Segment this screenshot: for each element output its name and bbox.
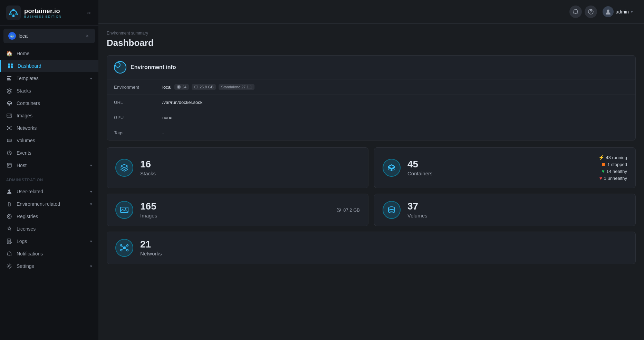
sidebar-item-containers[interactable]: Containers (0, 97, 98, 109)
sidebar-item-dashboard[interactable]: Dashboard (0, 60, 98, 72)
stat-card-volumes[interactable]: 37 Volumes (374, 194, 636, 226)
stacks-count: 16 (140, 159, 360, 170)
sidebar-item-host[interactable]: Host ▾ (0, 159, 98, 172)
sidebar-item-stacks[interactable]: Stacks (0, 85, 98, 97)
svg-rect-4 (15, 13, 17, 15)
volumes-icon (6, 137, 12, 144)
networks-stat-info: 21 Networks (140, 239, 627, 256)
page-title: Dashboard (107, 38, 636, 48)
events-icon (6, 150, 12, 156)
images-label: Images (140, 213, 329, 218)
sidebar-label-networks: Networks (17, 125, 92, 131)
sidebar: portainer.io BUSINESS EDITION ‹‹ 🐳 local… (0, 0, 98, 340)
dashboard-icon (7, 63, 13, 69)
sidebar-item-volumes[interactable]: Volumes (0, 134, 98, 147)
sidebar-item-registries[interactable]: Registries (0, 210, 98, 223)
notifications-button[interactable] (569, 6, 582, 18)
containers-running: ⚡ 43 running (598, 155, 627, 160)
env-row-gpu: GPU none (107, 110, 635, 125)
logo-text: portainer.io BUSINESS EDITION (24, 8, 62, 18)
stats-grid: 16 Stacks 45 Containers ⚡ 43 running (107, 147, 636, 264)
notifications-icon (6, 251, 12, 257)
svg-rect-3 (10, 13, 12, 15)
env-value-environment: local 24 25.8 GB Standalone 27.1.1 (162, 84, 254, 90)
env-value-gpu: none (162, 115, 172, 120)
sidebar-item-networks[interactable]: Networks (0, 122, 98, 134)
env-badge-cpu: 24 (174, 84, 189, 90)
sidebar-item-label: Home (17, 51, 92, 56)
containers-icon (6, 100, 12, 106)
logs-chevron-icon: ▾ (90, 239, 92, 244)
containers-meta: ⚡ 43 running ⏹ 1 stopped ♥ 14 healthy ♥ … (598, 155, 627, 181)
environment-related-icon (6, 201, 12, 207)
env-row-tags: Tags - (107, 125, 635, 140)
sidebar-label-registries: Registries (17, 214, 92, 219)
volumes-stat-info: 37 Volumes (407, 201, 627, 218)
sidebar-label-settings: Settings (17, 263, 86, 269)
stat-card-stacks[interactable]: 16 Stacks (107, 147, 368, 188)
stacks-stat-info: 16 Stacks (140, 159, 360, 176)
sidebar-item-notifications[interactable]: Notifications (0, 247, 98, 260)
sidebar-item-images[interactable]: Images (0, 109, 98, 122)
sidebar-label-user-related: User-related (17, 189, 86, 194)
svg-line-17 (9, 127, 11, 128)
stopped-indicator-icon: ⏹ (601, 162, 606, 167)
svg-point-23 (8, 165, 9, 166)
sidebar-item-templates[interactable]: Templates ▾ (0, 72, 98, 85)
sidebar-item-home[interactable]: 🏠 Home (0, 47, 98, 60)
sidebar-item-events[interactable]: Events (0, 147, 98, 159)
containers-healthy-text: 14 healthy (606, 169, 627, 174)
networks-count: 21 (140, 239, 627, 250)
svg-rect-22 (7, 163, 11, 167)
svg-line-16 (8, 127, 9, 128)
env-name: local (19, 33, 82, 39)
help-button[interactable] (585, 6, 597, 18)
unhealthy-indicator-icon: ♥ (599, 175, 602, 181)
env-info-header: Environment info (107, 56, 635, 79)
sidebar-label-stacks: Stacks (17, 88, 92, 94)
images-count: 165 (140, 201, 329, 212)
env-row-url: URL /var/run/docker.sock (107, 95, 635, 110)
sidebar-item-user-related[interactable]: User-related ▾ (0, 185, 98, 198)
settings-icon (6, 263, 12, 269)
admin-section-header: Administration (0, 173, 98, 184)
app-edition: BUSINESS EDITION (24, 15, 62, 18)
containers-stat-info: 45 Containers (407, 159, 592, 176)
logo-area: portainer.io BUSINESS EDITION ‹‹ (0, 0, 98, 26)
svg-rect-6 (11, 64, 13, 66)
env-info-title: Environment info (131, 64, 176, 70)
main-nav: 🏠 Home Dashboard Templates ▾ Stacks (0, 46, 98, 173)
svg-point-27 (9, 216, 10, 217)
host-icon (6, 162, 12, 168)
containers-unhealthy: ♥ 1 unhealthy (599, 175, 627, 181)
svg-rect-8 (11, 66, 13, 68)
settings-chevron-icon: ▾ (90, 264, 92, 269)
sidebar-item-environment-related[interactable]: Environment-related ▾ (0, 198, 98, 210)
sidebar-label-images: Images (17, 113, 92, 118)
admin-nav: User-related ▾ Environment-related ▾ Reg… (0, 184, 98, 274)
stat-card-containers[interactable]: 45 Containers ⚡ 43 running ⏹ 1 stopped ♥… (374, 147, 636, 188)
networks-label: Networks (140, 251, 627, 256)
svg-point-32 (115, 62, 120, 67)
stat-card-images[interactable]: 165 Images 87.2 GB (107, 194, 368, 226)
sidebar-label-notifications: Notifications (17, 251, 92, 256)
sidebar-item-settings[interactable]: Settings ▾ (0, 260, 98, 272)
sidebar-collapse-button[interactable]: ‹‹ (86, 8, 92, 17)
stacks-stat-icon (115, 159, 133, 177)
env-row-environment: Environment local 24 25.8 GB Standalone … (107, 79, 635, 95)
containers-count: 45 (407, 159, 592, 170)
user-avatar (603, 6, 614, 17)
sidebar-item-licenses[interactable]: Licenses (0, 223, 98, 235)
svg-line-19 (9, 128, 11, 129)
sidebar-label-templates: Templates (17, 76, 86, 81)
sidebar-item-logs[interactable]: Logs ▾ (0, 235, 98, 247)
containers-healthy: ♥ 14 healthy (602, 168, 627, 174)
running-indicator-icon: ⚡ (598, 155, 604, 160)
stat-card-networks[interactable]: 21 Networks (107, 232, 636, 264)
env-close-button[interactable]: × (85, 32, 90, 39)
env-selector[interactable]: 🐳 local × (3, 29, 95, 43)
env-value-url: /var/run/docker.sock (162, 100, 202, 105)
user-menu[interactable]: admin ▾ (600, 5, 636, 19)
images-size: 87.2 GB (336, 207, 360, 213)
images-stat-info: 165 Images (140, 201, 329, 218)
